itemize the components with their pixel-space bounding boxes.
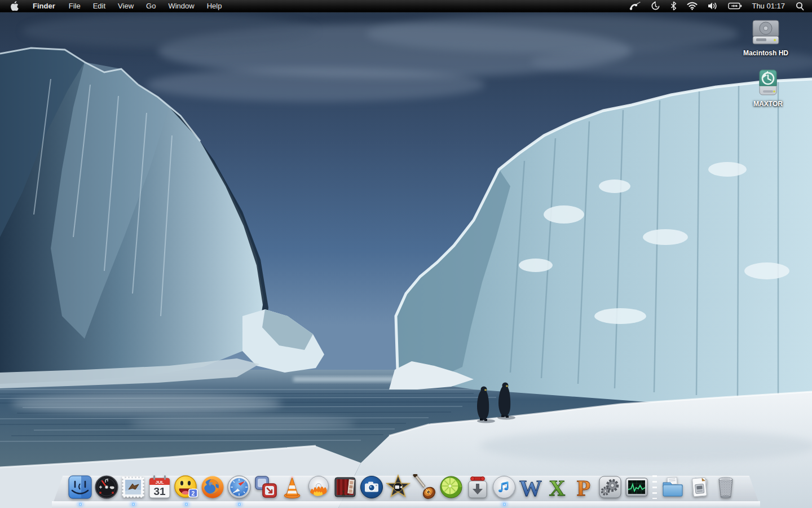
spotlight-search-icon	[796, 2, 804, 11]
time-machine-menu[interactable]	[646, 0, 665, 12]
dock-yahoo-messenger[interactable]: 2	[173, 474, 199, 500]
dock-firefox[interactable]	[200, 474, 226, 500]
vlc-cone-icon	[279, 474, 305, 500]
excel-letter: X	[549, 475, 566, 500]
dock-vlc[interactable]	[279, 474, 305, 500]
phone-status-menu[interactable]	[624, 0, 646, 12]
menu-item-finder[interactable]: Finder	[25, 0, 63, 12]
yahoo-smiley-icon: 2	[173, 474, 199, 500]
menu-item-file[interactable]: File	[63, 0, 87, 12]
powerpoint-letter: P	[577, 475, 590, 500]
photo-booth-icon	[332, 474, 358, 500]
calendar-icon: JUL 31	[147, 474, 173, 500]
dock-system-preferences[interactable]	[597, 474, 623, 500]
dock-safari[interactable]	[226, 474, 252, 500]
desktop-volume-maxtor[interactable]: MAXTOR	[734, 69, 802, 108]
spotlight-menu[interactable]	[791, 0, 812, 12]
dock-microsoft-excel[interactable]: X	[544, 474, 570, 500]
menu-item-window[interactable]: Window	[162, 0, 200, 12]
dock-microsoft-powerpoint[interactable]: P	[571, 474, 597, 500]
menu-item-go[interactable]: Go	[140, 0, 162, 12]
menu-item-help[interactable]: Help	[201, 0, 228, 12]
dock-dashboard[interactable]	[94, 474, 120, 500]
volume-icon	[708, 2, 718, 10]
battery-charging-icon	[728, 2, 742, 10]
trash-basket-icon	[713, 474, 739, 500]
firefox-icon	[200, 474, 226, 500]
vmware-fusion-icon	[253, 474, 279, 500]
desktop: Finder File Edit View Go Window Help	[0, 0, 812, 508]
finder-icon	[67, 474, 93, 500]
system-preferences-gears-icon	[597, 474, 623, 500]
time-machine-icon	[651, 1, 660, 11]
dock-shelf-front	[52, 501, 760, 508]
dock-limewire[interactable]	[438, 474, 464, 500]
guitar-icon	[412, 474, 438, 500]
unread-badge: 2	[192, 490, 195, 497]
volume-label: Macintosh HD	[743, 49, 788, 57]
dock-microsoft-word[interactable]: W	[518, 474, 544, 500]
menu-bar: Finder File Edit View Go Window Help	[0, 0, 812, 12]
activity-monitor-icon	[624, 474, 650, 500]
dock-burn[interactable]	[306, 474, 332, 500]
itunes-icon	[491, 474, 517, 500]
dock-garageband[interactable]	[412, 474, 438, 500]
dock-finder[interactable]	[67, 474, 93, 500]
mail-stamp-icon	[120, 474, 146, 500]
dock-imovie[interactable]	[385, 474, 411, 500]
wifi-menu[interactable]	[682, 0, 703, 12]
dock-mail[interactable]	[120, 474, 146, 500]
menu-item-edit[interactable]: Edit	[87, 0, 112, 12]
menu-item-view[interactable]: View	[112, 0, 140, 12]
dock-ical[interactable]: JUL 31	[147, 474, 173, 500]
volume-label: MAXTOR	[753, 100, 783, 108]
hard-drive-icon	[749, 18, 782, 47]
wallpaper-iceberg-scene	[0, 0, 812, 508]
safari-compass-icon	[226, 474, 252, 500]
transmission-icon	[465, 474, 491, 500]
dock-photo-booth[interactable]	[332, 474, 358, 500]
phone-icon	[629, 2, 641, 11]
folder-icon	[660, 474, 686, 500]
word-w-icon: W	[518, 474, 544, 500]
dock-vmware-fusion[interactable]	[253, 474, 279, 500]
dock-separator	[650, 474, 659, 500]
dock-activity-monitor[interactable]	[624, 474, 650, 500]
dock-trash[interactable]	[713, 474, 739, 500]
burn-disc-icon	[306, 474, 332, 500]
calendar-day: 31	[153, 485, 166, 497]
dock: JUL 31 2	[0, 467, 812, 508]
apple-logo-icon	[10, 1, 19, 11]
desktop-volume-macintosh-hd[interactable]: Macintosh HD	[732, 18, 800, 57]
dock-transmission[interactable]	[465, 474, 491, 500]
camera-icon	[359, 474, 385, 500]
dock-downloads-stack[interactable]	[686, 474, 712, 500]
battery-menu[interactable]	[723, 0, 747, 12]
time-machine-drive-icon	[753, 69, 783, 98]
powerpoint-p-icon: P	[571, 474, 597, 500]
dock-itunes[interactable]	[491, 474, 517, 500]
word-letter: W	[519, 475, 542, 500]
dock-camera-app[interactable]	[359, 474, 385, 500]
apple-menu[interactable]	[0, 0, 25, 12]
lime-icon	[438, 474, 464, 500]
dashboard-icon	[94, 474, 120, 500]
menu-clock[interactable]: Thu 01:17	[747, 2, 791, 10]
volume-menu[interactable]	[703, 0, 723, 12]
wifi-icon	[687, 2, 698, 10]
dock-documents-folder[interactable]	[660, 474, 686, 500]
bluetooth-menu[interactable]	[665, 0, 682, 12]
bluetooth-icon	[670, 1, 677, 11]
excel-x-icon: X	[544, 474, 570, 500]
imovie-star-icon	[385, 474, 411, 500]
stack-drive-document-icon	[686, 474, 712, 500]
calendar-month: JUL	[155, 480, 164, 485]
